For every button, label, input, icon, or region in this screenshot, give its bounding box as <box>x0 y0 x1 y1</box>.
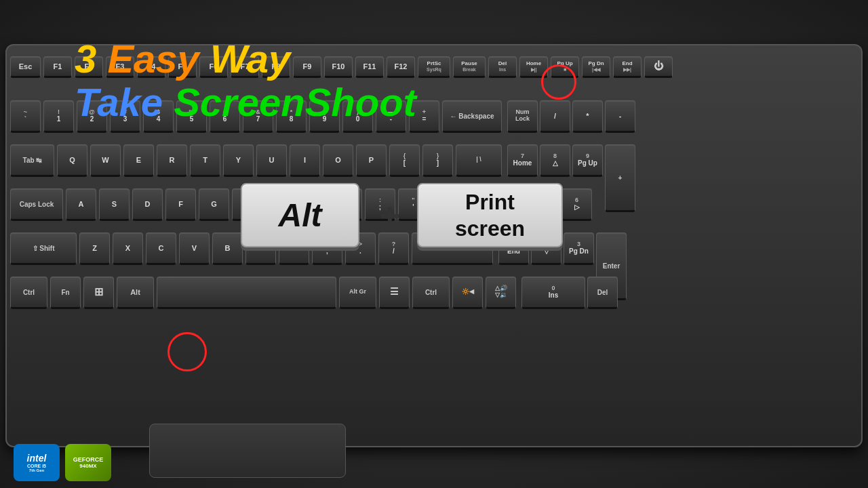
title-way: Way <box>210 37 290 81</box>
title-line2: Take ScreenShoot <box>75 81 416 124</box>
plus-label: + <box>380 195 400 236</box>
nvidia-brand: GEFORCE <box>73 456 104 463</box>
intel-logo: intel CORE i5 7th Gen <box>14 444 60 481</box>
nvidia-logo: GEFORCE 940MX <box>65 444 111 481</box>
plus-sign: + <box>363 193 417 237</box>
alt-highlight-circle <box>167 332 207 371</box>
nvidia-model: 940MX <box>79 463 96 469</box>
title-take: Take <box>75 80 174 124</box>
print-screen-key-overlay: Printscreen <box>417 183 563 247</box>
bottom-row: Ctrl Fn ⊞ Alt Alt Gr ☰ Ctrl 🔆◀ △🔊▽🔉 0Ins… <box>10 277 618 309</box>
intel-gen: 7th Gen <box>29 468 44 472</box>
title-line1: 3 Easy Way <box>75 37 416 81</box>
logos-container: intel CORE i5 7th Gen GEFORCE 940MX <box>14 444 111 481</box>
touchpad[interactable] <box>149 424 346 478</box>
alt-key-overlay: Alt <box>241 183 359 247</box>
alt-key-label: Alt <box>279 197 322 234</box>
title-number: 3 <box>75 37 107 81</box>
print-screen-label: Printscreen <box>455 189 525 241</box>
prtsc-highlight-circle <box>541 64 576 100</box>
title-easy: Easy <box>107 37 210 81</box>
intel-model: CORE i5 <box>27 464 46 468</box>
title-screenshot: ScreenShoot <box>174 80 416 124</box>
intel-brand: intel <box>27 453 47 464</box>
title-container: 3 Easy Way Take ScreenShoot <box>75 37 416 124</box>
